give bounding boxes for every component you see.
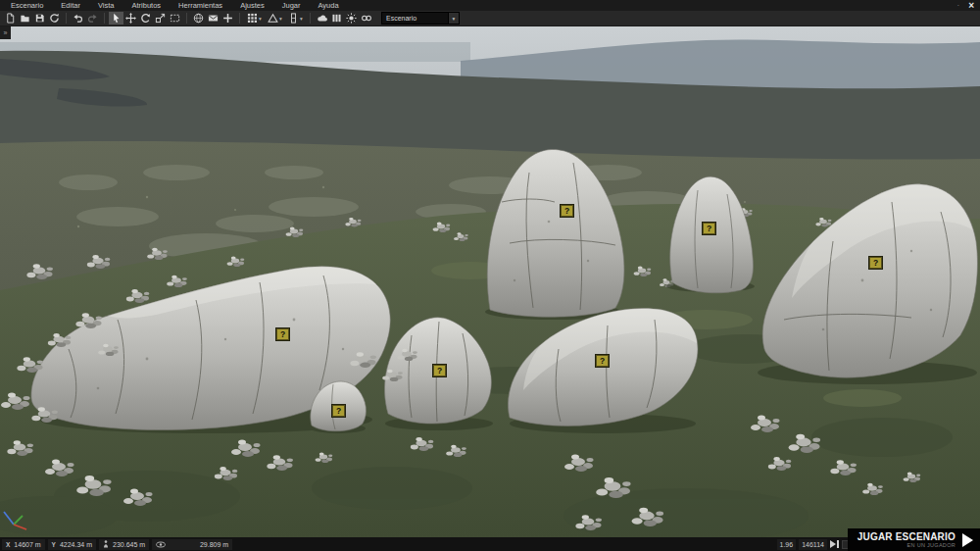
- scenario-phase-value: Escenario: [386, 15, 448, 22]
- window-controls: · ×: [956, 1, 980, 11]
- eye-icon: [156, 541, 166, 548]
- menu-editar[interactable]: Editar: [52, 0, 89, 11]
- toolbar: ▾ ▾ ▾ Escenario ▾: [0, 11, 980, 26]
- redo-button[interactable]: [85, 12, 100, 25]
- object-marker[interactable]: ?: [595, 354, 610, 368]
- object-marker[interactable]: ?: [560, 204, 574, 218]
- fog-button[interactable]: [359, 12, 373, 25]
- redo-icon: [87, 13, 98, 24]
- reload-button[interactable]: [47, 12, 62, 25]
- camera-height-value: 230.645 m: [113, 541, 145, 548]
- chevron-down-icon[interactable]: ▾: [448, 13, 459, 24]
- chevron-down-icon: ▾: [300, 16, 303, 22]
- statusbar: X 14607 m Y 4224.34 m 230.645 m 29.809 m…: [0, 537, 980, 551]
- envelope-icon: [208, 13, 219, 24]
- toolbar-separator: [66, 13, 67, 24]
- camera-y-value: 4224.34 m: [60, 541, 92, 548]
- menu-atributos[interactable]: Atributos: [123, 0, 171, 11]
- menu-jugar[interactable]: Jugar: [273, 0, 310, 11]
- camera-x-box: X 14607 m: [2, 539, 45, 550]
- object-marker[interactable]: ?: [331, 404, 346, 418]
- cursor-icon: [111, 13, 122, 24]
- triangle-icon: [268, 13, 278, 24]
- toolbar-separator: [104, 13, 105, 24]
- panel-expand-button[interactable]: »: [0, 26, 11, 39]
- view-distance-box: 29.809 m: [152, 539, 232, 550]
- plus-icon: [222, 13, 233, 24]
- camera-height-box: 230.645 m: [99, 539, 149, 550]
- glasses-icon: [361, 13, 372, 24]
- close-icon[interactable]: ×: [968, 1, 974, 11]
- save-scenario-button[interactable]: [32, 12, 47, 25]
- undo-icon: [73, 13, 83, 24]
- chevron-down-icon: ▾: [259, 16, 262, 22]
- play-scenario-subtitle: EN UN JUGADOR: [907, 542, 956, 548]
- minimize-icon[interactable]: ·: [956, 2, 959, 10]
- toolbar-separator: [186, 13, 187, 24]
- marquee-icon: [170, 13, 180, 24]
- reload-icon: [49, 13, 60, 24]
- 3d-viewport[interactable]: » ? ? ? ? ? ? ?: [0, 25, 980, 537]
- sun-icon: [346, 13, 357, 24]
- menu-herramientas[interactable]: Herramientas: [170, 0, 231, 11]
- terrain-scene[interactable]: [0, 25, 980, 537]
- open-scenario-button[interactable]: [18, 12, 32, 25]
- vertical-bar-icon: [288, 13, 299, 24]
- menu-escenario[interactable]: Escenario: [2, 0, 52, 11]
- scale-icon: [155, 13, 166, 24]
- editor-window: Escenario Editar Vista Atributos Herrami…: [0, 0, 980, 551]
- select-tool-button[interactable]: [109, 12, 123, 25]
- play-scenario-text: JUGAR ESCENARIO EN UN JUGADOR: [858, 531, 956, 548]
- play-scenario-button[interactable]: JUGAR ESCENARIO EN UN JUGADOR: [848, 528, 980, 551]
- object-marker[interactable]: ?: [702, 222, 716, 235]
- menu-ajustes[interactable]: Ajustes: [231, 0, 273, 11]
- cloud-icon: [317, 13, 328, 24]
- menu-ayuda[interactable]: Ayuda: [310, 0, 348, 11]
- undo-button[interactable]: [71, 12, 85, 25]
- view-distance-value: 29.809 m: [200, 541, 228, 548]
- globe-icon: [193, 13, 204, 24]
- object-marker[interactable]: ?: [432, 364, 447, 377]
- translate-tool-button[interactable]: [123, 12, 138, 25]
- save-icon: [34, 13, 45, 24]
- scale-tool-button[interactable]: [153, 12, 168, 25]
- play-icon: [962, 533, 973, 547]
- vertical-snap-button[interactable]: ▾: [285, 12, 306, 25]
- x-axis-icon: X: [6, 541, 10, 548]
- play-scenario-title: JUGAR ESCENARIO: [858, 531, 956, 542]
- weather-button[interactable]: [315, 12, 329, 25]
- folder-icon: [20, 13, 30, 24]
- grid-icon: [247, 13, 258, 24]
- file-icon: [5, 13, 16, 24]
- camera-x-value: 14607 m: [14, 541, 40, 548]
- create-object-button[interactable]: [220, 12, 235, 25]
- move-icon: [125, 13, 136, 24]
- object-marker[interactable]: ?: [275, 327, 290, 341]
- sim-speed-value: 1.96: [777, 539, 797, 550]
- person-icon: [103, 540, 109, 548]
- grid-snap-button[interactable]: ▾: [244, 12, 265, 25]
- messages-button[interactable]: [206, 12, 220, 25]
- surface-snap-button[interactable]: ▾: [265, 12, 285, 25]
- menu-vista[interactable]: Vista: [89, 0, 123, 11]
- terrain-objects-button[interactable]: [329, 12, 344, 25]
- scenario-phase-dropdown[interactable]: Escenario ▾: [381, 12, 460, 25]
- bars-icon: [331, 13, 342, 24]
- toolbar-separator: [239, 13, 240, 24]
- daylight-button[interactable]: [344, 12, 359, 25]
- area-select-tool-button[interactable]: [168, 12, 182, 25]
- y-axis-icon: Y: [52, 541, 56, 548]
- step-play-icon[interactable]: [830, 540, 839, 548]
- menubar: Escenario Editar Vista Atributos Herrami…: [0, 0, 980, 11]
- rotate-icon: [140, 13, 151, 24]
- object-marker[interactable]: ?: [868, 256, 883, 270]
- sim-stats: 1.96 146114: [777, 539, 851, 550]
- camera-y-box: Y 4224.34 m: [48, 539, 96, 550]
- object-count-value: 146114: [799, 539, 827, 550]
- new-scenario-button[interactable]: [3, 12, 18, 25]
- chevron-down-icon: ▾: [279, 16, 282, 22]
- rotate-tool-button[interactable]: [138, 12, 153, 25]
- toggle-map-button[interactable]: [191, 12, 206, 25]
- toolbar-separator: [310, 13, 311, 24]
